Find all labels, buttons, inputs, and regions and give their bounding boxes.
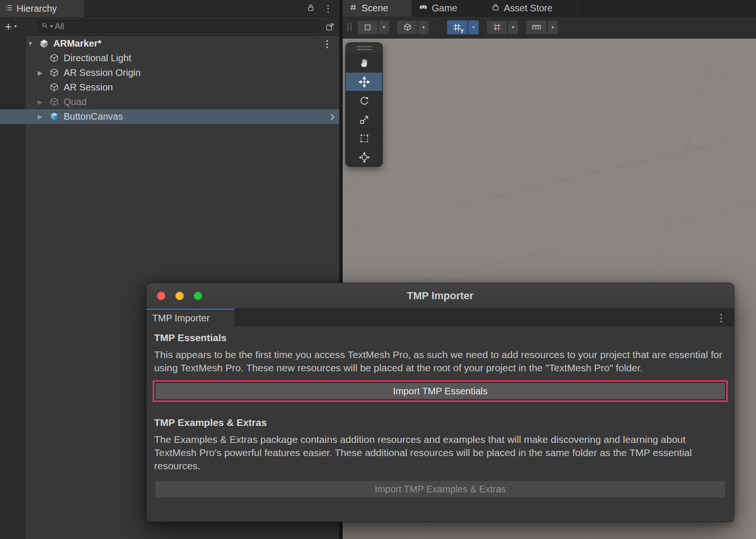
draw-mode-dropdown: ▾ xyxy=(397,20,429,34)
grid-axis-dropdown: Y ▾ xyxy=(447,20,479,34)
hierarchy-item-directional-light[interactable]: Directional Light xyxy=(0,51,339,65)
gameobject-cube-icon xyxy=(49,53,60,64)
foldout-closed-icon[interactable]: ▶ xyxy=(38,113,49,120)
section-heading: TMP Examples & Extras xyxy=(154,417,726,428)
tab-game[interactable]: Game xyxy=(412,0,485,16)
grid-axis-label: Y xyxy=(460,28,464,34)
hierarchy-item-ar-session[interactable]: AR Session xyxy=(0,80,339,95)
tab-label: Game xyxy=(432,3,457,14)
scene-name: ARMarker* xyxy=(53,38,101,49)
hierarchy-item-quad[interactable]: ▶ Quad xyxy=(0,95,339,109)
shopping-bag-icon xyxy=(492,3,500,14)
tool-handle-position-button[interactable] xyxy=(357,20,378,34)
snap-increment-button[interactable] xyxy=(486,20,507,34)
dialog-menu-icon[interactable]: ⋮ xyxy=(716,312,726,324)
measure-dropdown: ▾ xyxy=(526,20,558,34)
gamepad-icon xyxy=(419,3,427,14)
section-body: The Examples & Extras package contains a… xyxy=(154,433,726,473)
shading-cube-button[interactable] xyxy=(397,20,418,34)
section-body: This appears to be the first time you ac… xyxy=(154,348,726,375)
transform-icon xyxy=(359,152,370,163)
rotate-tool-button[interactable] xyxy=(346,91,382,110)
toolbar-drag-handle[interactable] xyxy=(347,23,352,31)
dialog-tabstrip: TMP Importer ⋮ xyxy=(147,309,734,327)
scene-grid-icon xyxy=(349,3,357,14)
tool-settings-dropdown: ▾ xyxy=(357,20,389,34)
tmp-importer-window: TMP Importer TMP Importer ⋮ TMP Essentia… xyxy=(146,283,734,522)
hierarchy-menu-icon[interactable]: ⋮ xyxy=(323,4,333,13)
import-tmp-extras-button[interactable]: Import TMP Examples & Extras xyxy=(155,481,725,498)
close-window-button[interactable] xyxy=(157,292,165,300)
grid-axis-caret-button[interactable]: ▾ xyxy=(468,20,479,34)
item-label: AR Session Origin xyxy=(64,67,140,78)
hierarchy-tab-label: Hierarchy xyxy=(16,3,57,14)
gameobject-cube-icon xyxy=(49,97,60,107)
snap-caret-button[interactable]: ▾ xyxy=(508,20,518,34)
dialog-content: TMP Essentials This appears to be the fi… xyxy=(147,327,734,522)
move-icon xyxy=(359,76,370,88)
hierarchy-toolbar: + ▾ ▾ xyxy=(0,17,339,36)
ruler-button[interactable] xyxy=(526,20,547,34)
tmp-extras-section: TMP Examples & Extras The Examples & Ext… xyxy=(154,410,726,498)
rect-tool-button[interactable] xyxy=(346,129,382,147)
chevron-down-icon: ▾ xyxy=(551,25,554,30)
tools-overlay xyxy=(345,42,383,167)
chevron-down-icon: ▾ xyxy=(422,25,425,30)
scale-tool-button[interactable] xyxy=(346,110,382,129)
tab-label: Asset Store xyxy=(504,3,552,14)
item-label: Directional Light xyxy=(64,53,131,64)
scene-tab-bar: Scene Game Asset Store xyxy=(343,0,756,16)
foldout-closed-icon[interactable]: ▶ xyxy=(38,98,49,106)
search-filter-caret-icon[interactable]: ▾ xyxy=(50,24,53,29)
draw-mode-caret-button[interactable]: ▾ xyxy=(418,20,429,34)
lock-icon[interactable] xyxy=(306,3,315,14)
unity-editor: Hierarchy ⋮ + ▾ xyxy=(0,0,756,539)
tab-hierarchy[interactable]: Hierarchy xyxy=(0,0,84,17)
rotate-icon xyxy=(359,95,370,106)
chevron-down-icon: ▾ xyxy=(472,25,475,30)
tmp-essentials-section: TMP Essentials This appears to be the fi… xyxy=(154,332,726,400)
hierarchy-header-actions: ⋮ xyxy=(306,0,339,17)
chevron-down-icon: ▾ xyxy=(383,25,385,30)
foldout-closed-icon[interactable]: ▶ xyxy=(38,69,49,76)
transform-tool-button[interactable] xyxy=(346,147,382,166)
overlay-drag-handle[interactable] xyxy=(346,43,382,53)
tab-label: Scene xyxy=(362,3,388,14)
scene-menu-icon[interactable]: ⋮ xyxy=(322,39,332,49)
import-tmp-essentials-button[interactable]: Import TMP Essentials xyxy=(155,383,725,400)
item-label: Quad xyxy=(64,97,87,107)
section-heading: TMP Essentials xyxy=(154,332,726,343)
ruler-caret-button[interactable]: ▾ xyxy=(547,20,558,34)
item-label: ButtonCanvas xyxy=(64,111,123,122)
gameobject-cube-icon xyxy=(49,67,60,78)
chevron-right-icon[interactable]: › xyxy=(330,111,335,122)
plus-icon: + xyxy=(5,20,12,33)
hierarchy-search-field: ▾ xyxy=(38,20,320,33)
view-hand-tool-button[interactable] xyxy=(346,53,382,72)
unity-scene-icon xyxy=(39,38,49,49)
create-object-button[interactable]: + ▾ xyxy=(5,18,16,35)
zoom-window-button[interactable] xyxy=(194,292,202,300)
tool-settings-caret-button[interactable]: ▾ xyxy=(378,20,389,34)
window-title: TMP Importer xyxy=(407,290,473,302)
tab-scene[interactable]: Scene xyxy=(343,0,412,16)
search-window-icon[interactable] xyxy=(324,21,336,32)
tab-asset-store[interactable]: Asset Store xyxy=(485,0,582,16)
traffic-lights xyxy=(157,292,202,300)
grid-axis-button[interactable]: Y xyxy=(447,20,468,34)
tab-tmp-importer[interactable]: TMP Importer xyxy=(147,309,234,327)
foldout-open-icon[interactable]: ▼ xyxy=(27,40,39,47)
rect-icon xyxy=(359,133,370,144)
search-input[interactable] xyxy=(55,22,317,32)
hierarchy-item-ar-session-origin[interactable]: ▶ AR Session Origin xyxy=(0,65,339,80)
item-label: AR Session xyxy=(64,82,113,93)
chevron-down-icon: ▾ xyxy=(14,24,16,29)
move-tool-button[interactable] xyxy=(346,72,382,91)
hierarchy-list-icon xyxy=(5,3,13,14)
hierarchy-scene-row[interactable]: ▼ ARMarker* ⋮ xyxy=(0,36,339,51)
window-titlebar[interactable]: TMP Importer xyxy=(147,283,734,309)
scene-view-toolbar: ▾ ▾ xyxy=(343,16,756,38)
dialog-tab-label: TMP Importer xyxy=(152,313,210,324)
minimize-window-button[interactable] xyxy=(175,292,184,300)
hierarchy-item-buttoncanvas[interactable]: ▶ ButtonCanvas › xyxy=(0,109,339,124)
